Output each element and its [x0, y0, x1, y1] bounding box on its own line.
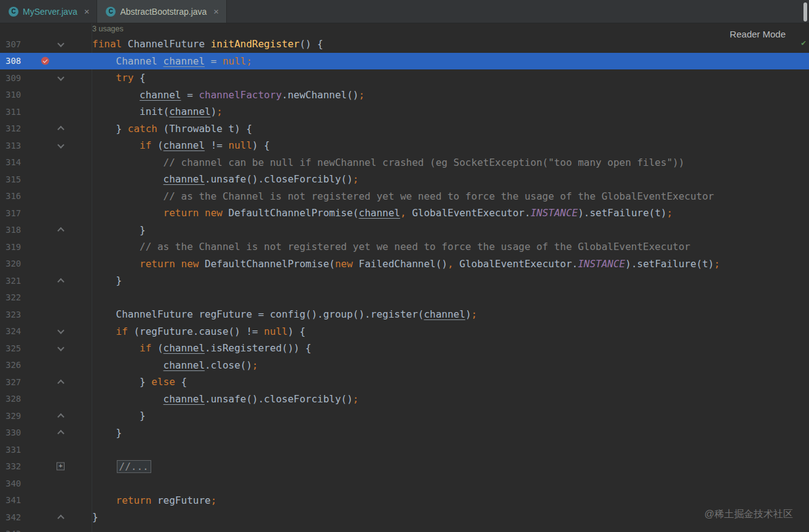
code-line-text[interactable]: if (channel != null) { [92, 139, 270, 151]
line-number[interactable]: 328 [0, 394, 28, 404]
code-line[interactable]: 310 channel = channelFactory.newChannel(… [0, 87, 809, 104]
code-line[interactable]: 326 channel.close(); [0, 357, 809, 374]
line-number[interactable]: 313 [0, 141, 28, 151]
code-line-text[interactable]: } [92, 410, 146, 421]
fold-up-icon[interactable] [58, 277, 63, 284]
code-line[interactable]: 311 init(channel); [0, 103, 809, 120]
code-line-text[interactable]: try { [92, 72, 146, 84]
line-number[interactable]: 330 [0, 428, 28, 437]
code-line[interactable]: 315 channel.unsafe().closeForcibly(); [0, 171, 809, 188]
code-line-text[interactable]: // channel can be null if newChannel cra… [92, 157, 684, 168]
scrollbar-thumb[interactable] [803, 2, 807, 22]
line-number[interactable]: 342 [0, 512, 28, 522]
fold-down-icon[interactable] [58, 329, 63, 333]
code-line[interactable]: 307 final ChannelFuture initAndRegister(… [0, 36, 809, 53]
code-line[interactable]: 322 [0, 289, 809, 307]
code-line[interactable]: 317 return new DefaultChannelPromise(cha… [0, 205, 809, 222]
code-line[interactable]: 318 } [0, 222, 809, 239]
code-line-text[interactable]: } [92, 511, 98, 523]
code-line-text[interactable]: // as the Channel is not registered yet … [92, 190, 714, 202]
fold-up-icon[interactable] [58, 125, 63, 132]
line-number[interactable]: 326 [0, 360, 28, 370]
code-line[interactable]: 325 if (channel.isRegistered()) { [0, 340, 809, 357]
line-number[interactable]: 307 [0, 39, 28, 49]
line-number[interactable]: 324 [0, 326, 28, 336]
code-line-text[interactable]: init(channel); [92, 106, 223, 117]
code-line[interactable]: 309 try { [0, 69, 809, 87]
code-line-text[interactable]: // as the Channel is not registered yet … [92, 241, 690, 252]
code-line-text[interactable]: Channel channel = null; [92, 55, 252, 67]
fold-up-icon[interactable] [58, 378, 63, 385]
code-line-text[interactable]: channel.unsafe().closeForcibly(); [92, 393, 359, 405]
tab-myserver[interactable]: C MyServer.java × [0, 0, 97, 23]
close-tab-icon[interactable]: × [213, 7, 219, 16]
code-line[interactable]: 343 [0, 526, 809, 532]
code-line-text[interactable]: } [92, 275, 122, 286]
line-number[interactable]: 317 [0, 208, 28, 218]
code-line[interactable]: 340 [0, 475, 809, 492]
code-line-text[interactable]: } catch (Throwable t) { [92, 123, 252, 135]
fold-plus-icon[interactable] [57, 463, 65, 471]
fold-up-icon[interactable] [58, 412, 63, 419]
code-line[interactable]: 330 } [0, 424, 809, 442]
code-line[interactable]: 314 // channel can be null if newChannel… [0, 154, 809, 171]
code-line-text[interactable]: ChannelFuture regFuture = config().group… [92, 308, 477, 320]
line-number[interactable]: 311 [0, 107, 28, 117]
code-line[interactable]: 316 // as the Channel is not registered … [0, 188, 809, 205]
inspections-ok-icon[interactable] [801, 38, 806, 47]
code-line[interactable]: 312 } catch (Throwable t) { [0, 120, 809, 138]
usages-hint[interactable]: 3 usages [92, 25, 124, 33]
code-line-text[interactable]: return regFuture; [92, 495, 216, 506]
code-line-text[interactable]: } [92, 427, 122, 439]
line-number[interactable]: 340 [0, 479, 28, 488]
code-line-text[interactable]: } else { [92, 376, 187, 388]
code-line[interactable]: 342 } [0, 509, 809, 526]
code-line-text[interactable]: return new DefaultChannelPromise(channel… [92, 207, 673, 219]
code-line[interactable]: 308 Channel channel = null; [0, 53, 809, 70]
code-line[interactable]: 320 return new DefaultChannelPromise(new… [0, 256, 809, 273]
line-number[interactable]: 329 [0, 411, 28, 421]
code-line-text[interactable]: final ChannelFuture initAndRegister() { [92, 38, 323, 50]
line-number[interactable]: 332 [0, 461, 28, 471]
line-number[interactable]: 343 [0, 529, 28, 532]
code-line[interactable]: 328 channel.unsafe().closeForcibly(); [0, 391, 809, 408]
code-line-text[interactable]: if (regFuture.cause() != null) { [92, 326, 306, 337]
code-line-text[interactable]: } [92, 224, 146, 236]
code-line-text[interactable]: channel = channelFactory.newChannel(); [92, 89, 365, 101]
code-line-text[interactable]: channel.unsafe().closeForcibly(); [92, 173, 359, 185]
code-line-text[interactable]: //... [92, 461, 151, 472]
reader-mode-label[interactable]: Reader Mode [730, 29, 786, 39]
code-line-text[interactable]: return new DefaultChannelPromise(new Fai… [92, 258, 720, 270]
line-number[interactable]: 327 [0, 377, 28, 387]
tab-abstractbootstrap[interactable]: C AbstractBootstrap.java × [97, 0, 227, 23]
fold-up-icon[interactable] [58, 429, 63, 436]
fold-down-icon[interactable] [58, 346, 63, 350]
fold-down-icon[interactable] [58, 42, 63, 46]
line-number[interactable]: 312 [0, 123, 28, 133]
code-line-text[interactable]: if (channel.isRegistered()) { [92, 342, 311, 354]
code-line[interactable]: 329 } [0, 407, 809, 424]
code-line[interactable]: 324 if (regFuture.cause() != null) { [0, 323, 809, 340]
fold-down-icon[interactable] [58, 144, 63, 147]
line-number[interactable]: 323 [0, 310, 28, 319]
line-number[interactable]: 341 [0, 495, 28, 505]
code-line[interactable]: 323 ChannelFuture regFuture = config().g… [0, 306, 809, 323]
fold-up-icon[interactable] [58, 514, 63, 520]
close-tab-icon[interactable]: × [84, 7, 90, 16]
code-line[interactable]: 313 if (channel != null) { [0, 137, 809, 154]
line-number[interactable]: 310 [0, 90, 28, 100]
code-line[interactable]: 321 } [0, 272, 809, 289]
line-number[interactable]: 331 [0, 445, 28, 455]
code-line[interactable]: 327 } else { [0, 374, 809, 391]
line-number[interactable]: 315 [0, 174, 28, 184]
code-line[interactable]: 319 // as the Channel is not registered … [0, 238, 809, 256]
line-number[interactable]: 320 [0, 259, 28, 268]
line-number[interactable]: 314 [0, 157, 28, 167]
line-number[interactable]: 319 [0, 242, 28, 252]
code-line[interactable]: 332 //... [0, 458, 809, 475]
line-number[interactable]: 309 [0, 73, 28, 83]
line-number[interactable]: 318 [0, 225, 28, 235]
fold-down-icon[interactable] [58, 76, 63, 80]
line-number[interactable]: 321 [0, 276, 28, 286]
line-number[interactable]: 308 [0, 56, 28, 66]
